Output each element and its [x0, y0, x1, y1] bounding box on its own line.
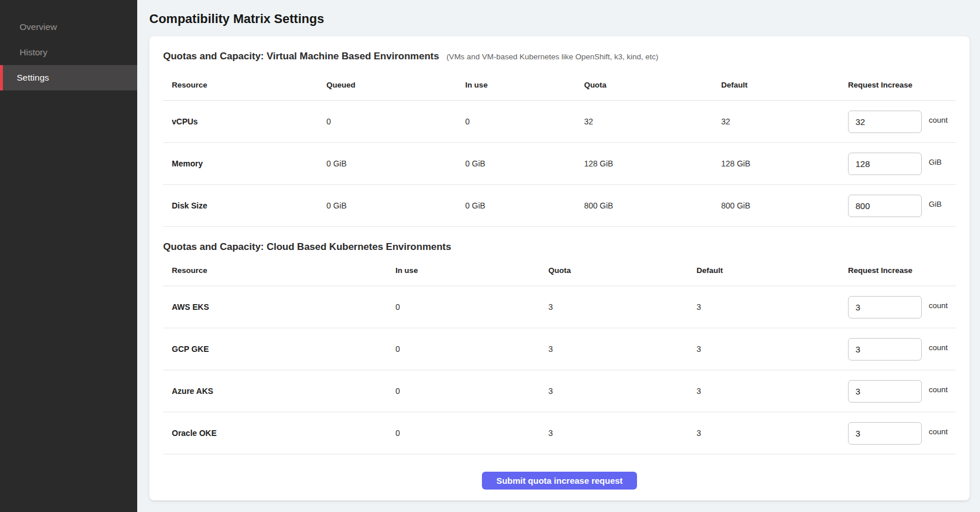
default-cell: 3	[696, 328, 848, 370]
quota-request-input[interactable]	[848, 380, 922, 403]
table-row: Oracle OKE 0 3 3 count	[163, 412, 956, 454]
column-header-in-use: In use	[465, 73, 584, 101]
column-header-request-increase: Request Increase	[848, 73, 956, 101]
in-use-cell: 0	[395, 328, 548, 370]
sidebar: Overview History Settings	[0, 0, 137, 512]
cloud-quota-table: Resource In use Quota Default Request In…	[163, 258, 956, 454]
main-content: Compatibility Matrix Settings Quotas and…	[137, 0, 980, 512]
queued-cell: 0	[326, 101, 465, 143]
resource-cell: Memory	[163, 143, 326, 185]
column-header-default: Default	[721, 73, 848, 101]
in-use-cell: 0 GiB	[465, 185, 584, 227]
request-increase-cell: count	[848, 101, 956, 143]
request-box: count	[848, 422, 956, 445]
resource-cell: AWS EKS	[163, 286, 395, 328]
in-use-cell: 0 GiB	[465, 143, 584, 185]
vm-quota-table: Resource Queued In use Quota Default Req…	[163, 73, 956, 227]
resource-cell: Disk Size	[163, 185, 326, 227]
quota-cell: 32	[584, 101, 721, 143]
resource-cell: Oracle OKE	[163, 412, 395, 454]
request-increase-cell: count	[848, 412, 956, 454]
section-subtitle-text: (VMs and VM-based Kubernetes like OpenSh…	[446, 52, 658, 61]
column-header-resource: Resource	[163, 73, 326, 101]
quota-cell: 3	[548, 286, 696, 328]
quota-request-input[interactable]	[848, 111, 922, 133]
column-header-default: Default	[696, 258, 848, 286]
table-row: Disk Size 0 GiB 0 GiB 800 GiB 800 GiB Gi…	[163, 185, 956, 227]
in-use-cell: 0	[395, 412, 548, 454]
request-increase-cell: count	[848, 286, 956, 328]
request-box: count	[848, 338, 956, 361]
default-cell: 3	[696, 370, 848, 412]
unit-label: GiB	[929, 200, 942, 208]
table-header: Resource In use Quota Default Request In…	[163, 258, 956, 286]
quota-request-input[interactable]	[848, 195, 922, 217]
column-header-quota: Quota	[584, 73, 721, 101]
quota-request-input[interactable]	[848, 153, 922, 175]
table-row: Memory 0 GiB 0 GiB 128 GiB 128 GiB GiB	[163, 143, 956, 185]
app-root: Overview History Settings Compatibility …	[0, 0, 980, 512]
table-row: AWS EKS 0 3 3 count	[163, 286, 956, 328]
table-row: Azure AKS 0 3 3 count	[163, 370, 956, 412]
section-title-cloud: Quotas and Capacity: Cloud Based Kuberne…	[163, 241, 956, 253]
quota-cell: 3	[548, 328, 696, 370]
request-box: GiB	[848, 153, 956, 175]
sidebar-item-label: Settings	[17, 73, 49, 83]
column-header-queued: Queued	[326, 73, 465, 101]
quota-cell: 128 GiB	[584, 143, 721, 185]
sidebar-item-overview[interactable]: Overview	[0, 14, 137, 40]
request-increase-cell: GiB	[848, 143, 956, 185]
default-cell: 3	[696, 412, 848, 454]
quota-cell: 3	[548, 370, 696, 412]
column-header-in-use: In use	[395, 258, 548, 286]
page-title: Compatibility Matrix Settings	[149, 12, 970, 26]
submit-quota-increase-button[interactable]: Submit quota increase request	[482, 472, 637, 490]
table-header-row: Resource Queued In use Quota Default Req…	[163, 73, 956, 101]
default-cell: 3	[696, 286, 848, 328]
unit-label: count	[929, 301, 948, 310]
queued-cell: 0 GiB	[326, 185, 465, 227]
unit-label: GiB	[929, 158, 942, 166]
resource-cell: Azure AKS	[163, 370, 395, 412]
quota-request-input[interactable]	[848, 338, 922, 361]
in-use-cell: 0	[395, 286, 548, 328]
column-header-quota: Quota	[548, 258, 696, 286]
sidebar-item-settings[interactable]: Settings	[0, 65, 137, 90]
quota-request-input[interactable]	[848, 296, 922, 318]
request-box: count	[848, 380, 956, 403]
button-row: Submit quota increase request	[163, 472, 956, 490]
quota-cell: 800 GiB	[584, 185, 721, 227]
resource-cell: GCP GKE	[163, 328, 395, 370]
in-use-cell: 0	[395, 370, 548, 412]
request-increase-cell: GiB	[848, 185, 956, 227]
request-increase-cell: count	[848, 370, 956, 412]
queued-cell: 0 GiB	[326, 143, 465, 185]
settings-card: Quotas and Capacity: Virtual Machine Bas…	[149, 36, 970, 500]
quota-cell: 3	[548, 412, 696, 454]
default-cell: 128 GiB	[721, 143, 848, 185]
default-cell: 800 GiB	[721, 185, 848, 227]
unit-label: count	[929, 385, 948, 394]
table-row: GCP GKE 0 3 3 count	[163, 328, 956, 370]
section-title-text: Quotas and Capacity: Cloud Based Kuberne…	[163, 241, 451, 252]
resource-cell: vCPUs	[163, 101, 326, 143]
table-row: vCPUs 0 0 32 32 count	[163, 101, 956, 143]
section-title-text: Quotas and Capacity: Virtual Machine Bas…	[163, 51, 439, 62]
unit-label: count	[929, 427, 948, 436]
sidebar-item-label: Overview	[20, 22, 57, 32]
request-box: GiB	[848, 195, 956, 217]
unit-label: count	[929, 116, 948, 124]
unit-label: count	[929, 343, 948, 352]
sidebar-nav: Overview History Settings	[0, 14, 137, 90]
request-box: count	[848, 111, 956, 133]
quota-request-input[interactable]	[848, 422, 922, 445]
column-header-request-increase: Request Increase	[848, 258, 956, 286]
in-use-cell: 0	[465, 101, 584, 143]
table-header-row: Resource In use Quota Default Request In…	[163, 258, 956, 286]
request-increase-cell: count	[848, 328, 956, 370]
section-title-vm: Quotas and Capacity: Virtual Machine Bas…	[163, 50, 956, 63]
sidebar-item-history[interactable]: History	[0, 40, 137, 65]
column-header-resource: Resource	[163, 258, 395, 286]
table-header: Resource Queued In use Quota Default Req…	[163, 73, 956, 101]
sidebar-item-label: History	[20, 47, 47, 58]
